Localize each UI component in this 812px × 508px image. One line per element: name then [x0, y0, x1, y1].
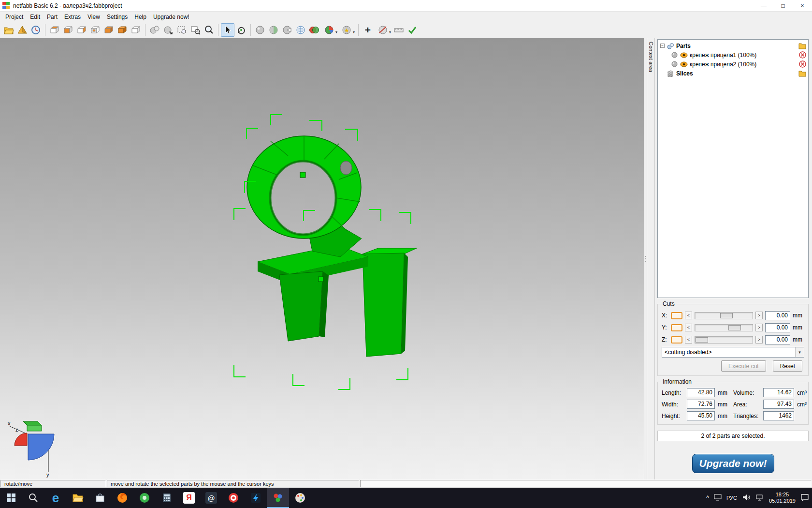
platform-box-1-icon[interactable] — [48, 23, 61, 37]
cut-y-increase-button[interactable]: > — [755, 324, 763, 331]
cut-y-slider[interactable] — [695, 324, 753, 331]
slice-tool-icon[interactable]: ▾ — [375, 23, 392, 37]
tree-row-part-1[interactable]: крепеж прицела1 (100%) — [659, 50, 807, 60]
cut-y-decrease-button[interactable]: < — [685, 324, 692, 331]
language-indicator[interactable]: РУС — [726, 495, 737, 501]
green-app-icon[interactable] — [133, 488, 156, 508]
menu-project[interactable]: Project — [2, 13, 27, 21]
compare-view-icon[interactable] — [307, 23, 321, 37]
menu-help[interactable]: Help — [131, 13, 150, 21]
cut-x-slider[interactable] — [695, 312, 753, 319]
execute-cut-button[interactable]: Execute cut — [721, 360, 766, 372]
netfabb-taskbar-icon[interactable] — [267, 488, 289, 508]
cut-y-slider-thumb[interactable] — [728, 325, 741, 330]
cut-x-decrease-button[interactable]: < — [685, 312, 692, 319]
fit-selection-icon[interactable] — [161, 23, 175, 37]
action-center-icon[interactable] — [800, 493, 809, 503]
cut-z-decrease-button[interactable]: < — [685, 336, 692, 344]
rotate-tool-icon[interactable] — [234, 23, 248, 37]
firefox-icon[interactable] — [111, 488, 133, 508]
cut-x-increase-button[interactable]: > — [755, 312, 763, 319]
parts-root-label[interactable]: Parts — [676, 43, 691, 49]
maximize-button[interactable]: □ — [773, 0, 793, 11]
add-part-icon[interactable] — [15, 23, 29, 37]
tray-clock[interactable]: 18:25 05.01.2019 — [769, 492, 796, 504]
remove-part-icon[interactable] — [798, 60, 806, 68]
remove-part-icon[interactable] — [798, 51, 806, 59]
visibility-eye-icon[interactable] — [680, 60, 688, 68]
network-icon[interactable] — [755, 494, 764, 502]
favorites-view-icon[interactable]: ★▾ — [338, 23, 356, 37]
tree-row-part-2[interactable]: крепеж прицела2 (100%) — [659, 60, 807, 69]
mail-icon[interactable]: @ — [200, 488, 222, 508]
zoom-region-icon[interactable] — [188, 23, 202, 37]
compass-icon[interactable] — [29, 23, 43, 37]
minimize-button[interactable]: — — [754, 0, 773, 11]
select-tool-icon[interactable] — [221, 23, 234, 37]
slices-root-label[interactable]: Slices — [676, 70, 693, 77]
chevron-down-icon[interactable]: ▾ — [795, 347, 804, 357]
platform-box-3-icon[interactable] — [75, 23, 88, 37]
cut-z-value-input[interactable] — [765, 335, 790, 344]
zoom-icon[interactable] — [202, 23, 216, 37]
menu-view[interactable]: View — [84, 13, 103, 21]
half-shaded-view-icon[interactable] — [267, 23, 280, 37]
cut-z-slider[interactable] — [695, 336, 753, 344]
blue-app-icon[interactable] — [245, 488, 267, 508]
upgrade-now-button[interactable]: Upgrade now! — [692, 454, 774, 473]
store-icon[interactable] — [89, 488, 111, 508]
cut-view-icon[interactable] — [280, 23, 294, 37]
yandex-icon[interactable]: Я — [178, 488, 200, 508]
validate-icon[interactable] — [406, 23, 419, 37]
visibility-eye-icon[interactable] — [680, 51, 688, 59]
viewport-3d[interactable]: x z y — [0, 38, 644, 479]
chevron-up-icon[interactable]: ^ — [706, 494, 709, 501]
reset-button[interactable]: Reset — [773, 360, 802, 372]
context-area-strip[interactable]: Context area — [647, 38, 654, 479]
menu-extras[interactable]: Extras — [61, 13, 84, 21]
part-label[interactable]: крепеж прицела1 (100%) — [690, 52, 756, 59]
wireframe-view-icon[interactable] — [294, 23, 307, 37]
calculator-icon[interactable] — [156, 488, 178, 508]
fit-all-icon[interactable] — [148, 23, 161, 37]
volume-icon[interactable] — [742, 493, 751, 503]
cut-z-toggle[interactable] — [671, 336, 682, 344]
menu-settings[interactable]: Settings — [103, 13, 131, 21]
menu-upgrade-now[interactable]: Upgrade now! — [150, 13, 193, 21]
cut-z-increase-button[interactable]: > — [755, 336, 763, 344]
cut-y-value-input[interactable] — [765, 323, 790, 332]
platform-box-6-icon[interactable] — [116, 23, 129, 37]
cut-x-toggle[interactable] — [671, 312, 682, 319]
close-button[interactable]: × — [793, 0, 812, 11]
open-project-icon[interactable] — [2, 23, 15, 37]
cut-x-value-input[interactable] — [765, 311, 790, 320]
add-icon[interactable]: + — [361, 23, 375, 37]
cut-z-slider-thumb[interactable] — [696, 337, 708, 343]
cut-x-slider-thumb[interactable] — [720, 313, 733, 318]
measure-icon[interactable] — [392, 23, 406, 37]
zoom-box-icon[interactable] — [175, 23, 188, 37]
cutting-mode-dropdown[interactable]: <cutting disabled> ▾ — [662, 347, 804, 358]
yandex-browser-icon[interactable] — [222, 488, 245, 508]
edge-icon[interactable]: e — [44, 488, 67, 508]
shaded-view-icon[interactable] — [253, 23, 267, 37]
start-button[interactable] — [0, 488, 22, 508]
platform-box-2-icon[interactable] — [61, 23, 75, 37]
part-label[interactable]: крепеж прицела2 (100%) — [690, 61, 756, 68]
load-slice-folder-icon[interactable] — [798, 70, 806, 77]
file-explorer-icon[interactable] — [67, 488, 89, 508]
collapse-icon[interactable]: − — [660, 44, 665, 48]
load-part-folder-icon[interactable] — [798, 42, 806, 50]
cut-y-toggle[interactable] — [671, 324, 682, 331]
paint-icon[interactable] — [289, 488, 311, 508]
platform-box-5-icon[interactable] — [102, 23, 116, 37]
tray-app-icon[interactable] — [714, 494, 722, 502]
menu-part[interactable]: Part — [44, 13, 61, 21]
tree-row-parts[interactable]: − Parts — [659, 41, 807, 50]
platform-box-7-icon[interactable] — [129, 23, 143, 37]
pie-view-icon[interactable]: ▾ — [321, 23, 338, 37]
search-icon[interactable] — [22, 488, 44, 508]
menu-edit[interactable]: Edit — [27, 13, 44, 21]
platform-box-4-icon[interactable] — [88, 23, 102, 37]
app-icon[interactable] — [2, 2, 10, 10]
